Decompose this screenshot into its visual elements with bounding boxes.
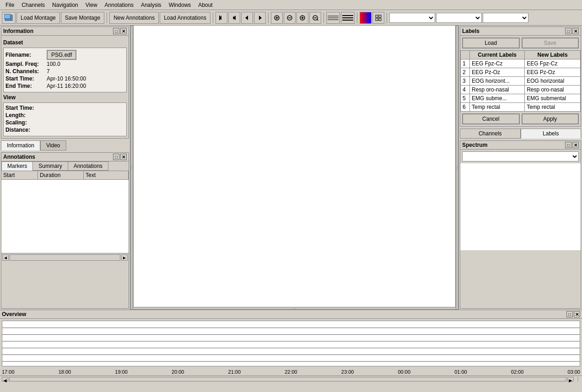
menu-annotations[interactable]: Annotations [101,1,137,9]
labels-row-current[interactable]: Resp oro-nasal [470,86,525,94]
labels-table: Current Labels New Labels 1 EEG Fpz-Cz E… [460,50,581,112]
nav-prev-btn[interactable] [241,12,253,24]
labels-row-new[interactable]: EEG Pz-Oz [525,68,581,77]
overview-scrollbar[interactable]: ◄ ► ⋮ [0,376,582,382]
new-annotations-btn[interactable]: New Annotations [109,12,159,24]
labels-row-current[interactable]: EEG Pz-Oz [470,68,525,77]
view-select[interactable] [436,13,482,23]
ann-scroll-right[interactable]: ► [121,254,128,261]
labels-table-row: 1 EEG Fpz-Cz EEG Fpz-Cz [461,59,581,68]
scale-select[interactable] [483,13,528,23]
labels-row-new[interactable]: Resp oro-nasal [525,86,581,94]
labels-row-current[interactable]: EMG subme... [470,94,525,103]
labels-table-row: 4 Resp oro-nasal Resp oro-nasal [461,86,581,94]
annotations-tabs: Markers Summary Annotations [1,161,129,171]
end-time-value: Apr-11 16:20:00 [47,83,86,89]
filename-btn[interactable]: PSG.edf [47,50,76,60]
labels-minimize-btn[interactable]: □ [565,28,571,34]
labels-load-btn[interactable]: Load [462,38,520,48]
svg-rect-26 [379,15,381,17]
overview-scroll-right[interactable]: ► [567,377,574,381]
zoom-in-btn[interactable] [296,12,308,24]
information-close-btn[interactable]: ✕ [120,28,127,34]
ann-tab-annotations[interactable]: Annotations [68,161,108,171]
labels-controls: □ ✕ [565,28,579,34]
view-scaling-row: Scaling: [5,119,124,126]
filename-row: Filename: PSG.edf [5,50,124,60]
menu-analysis[interactable]: Analysis [137,1,165,9]
annotations-close-btn[interactable]: ✕ [120,154,127,160]
tab-labels[interactable]: Labels [521,129,582,139]
ann-tab-summary[interactable]: Summary [32,161,68,171]
spectrum-close-btn[interactable]: ✕ [572,142,579,148]
annotations-minimize-btn[interactable]: □ [113,154,119,160]
menu-windows[interactable]: Windows [165,1,195,9]
tab-information[interactable]: Information [1,140,40,150]
load-annotations-btn[interactable]: Load Annotations [160,12,210,24]
tab-video[interactable]: Video [40,140,66,150]
tab-channels[interactable]: Channels [460,129,521,139]
labels-col-num [461,51,470,59]
labels-cancel-btn[interactable]: Cancel [462,113,520,124]
scale-up-btn[interactable] [326,12,340,24]
zoom-reset-btn[interactable] [309,12,321,24]
overview-close-btn[interactable]: ✕ [574,311,580,317]
view-grid: Start Time: Length: Scaling: Distance: [3,102,127,136]
labels-row-new[interactable]: EMG submental [525,94,581,103]
save-montage-btn[interactable]: Save Montage [61,12,104,24]
spectrum-select[interactable] [462,151,579,161]
montage-icon-btn[interactable] [2,12,16,24]
scale-down-btn[interactable] [341,12,355,24]
nav-back-btn[interactable] [228,12,240,24]
ann-col-start: Start [1,171,38,179]
labels-row-num: 2 [461,68,470,77]
labels-close-btn[interactable]: ✕ [572,28,579,34]
labels-row-current[interactable]: Temp rectal [470,103,525,112]
labels-apply-btn[interactable]: Apply [522,113,579,124]
n-channels-value: 7 [47,68,50,75]
zoom-out-btn[interactable] [284,12,296,24]
menu-channels[interactable]: Channels [18,1,48,9]
menu-file[interactable]: File [2,1,18,9]
start-time-row: Start Time: Apr-10 16:50:00 [5,75,124,82]
overview-scroll-left[interactable]: ◄ [2,377,8,381]
toolbar-sep-1 [107,12,107,23]
toolbar-sep-4 [323,12,324,23]
channel-select[interactable] [389,13,435,23]
labels-row-new[interactable]: Temp rectal [525,103,581,112]
nav-next-btn[interactable] [254,12,266,24]
zoom-fit-btn[interactable] [271,12,283,24]
labels-row-new[interactable]: EOG horizontal [525,77,581,86]
information-minimize-btn[interactable]: □ [113,28,119,34]
labels-save-btn[interactable]: Save [522,38,579,48]
load-montage-btn[interactable]: Load Montage [16,12,60,24]
spectrum-header: Spectrum □ ✕ [460,141,581,150]
labels-row-num: 4 [461,86,470,94]
labels-row-current[interactable]: EOG horizont... [470,77,525,86]
right-panel: Labels □ ✕ Load Save Current Labels New … [458,26,582,310]
color-btn[interactable] [360,12,372,24]
annotations-header: Annotations □ ✕ [1,153,129,161]
timeline-label: 20:00 [172,369,184,375]
ann-scroll-left[interactable]: ◄ [2,254,9,261]
labels-row-current[interactable]: EEG Fpz-Cz [470,59,525,68]
overview-svg [2,321,580,366]
bottom-divider[interactable]: ··· [133,307,456,310]
n-channels-label: N. Channels: [5,68,47,75]
view-scaling-label: Scaling: [5,119,42,126]
labels-table-row: 2 EEG Pz-Oz EEG Pz-Oz [461,68,581,77]
overview-scroll-track[interactable] [9,377,566,381]
spectrum-minimize-btn[interactable]: □ [565,142,571,148]
ann-tab-markers[interactable]: Markers [1,161,33,171]
menu-about[interactable]: About [194,1,216,9]
grid-btn[interactable] [372,12,384,24]
overview-section: Overview □ ✕ 17:0018:0019:0020:0021:0022… [0,310,582,392]
nav-back-start-btn[interactable] [216,12,227,24]
labels-row-new[interactable]: EEG Fpz-Cz [525,59,581,68]
timeline-label: 01:00 [454,369,467,375]
menu-navigation[interactable]: Navigation [48,1,82,9]
menu-view[interactable]: View [82,1,101,9]
ann-col-duration: Duration [38,171,84,179]
main-content: ··· [133,26,456,310]
overview-minimize-btn[interactable]: □ [566,311,573,317]
